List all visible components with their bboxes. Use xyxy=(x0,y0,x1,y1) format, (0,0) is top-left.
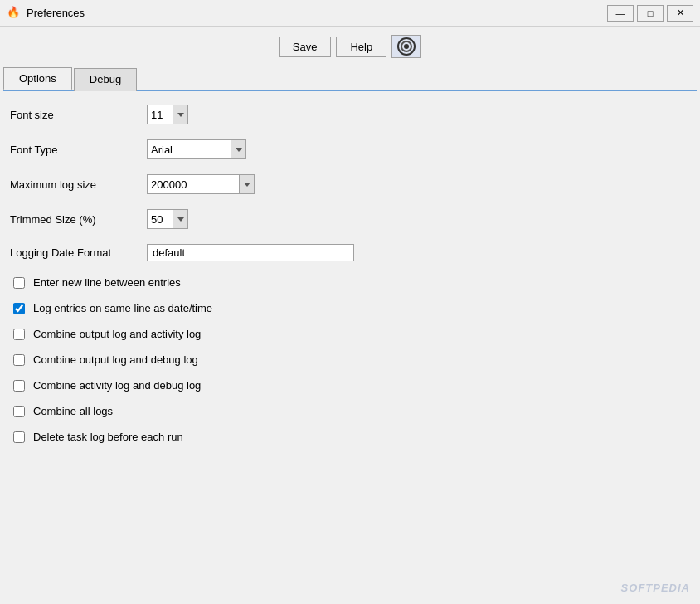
tab-options[interactable]: Options xyxy=(3,67,72,90)
font-size-control xyxy=(147,105,188,124)
max-log-size-combobox[interactable] xyxy=(147,174,255,194)
checkbox-cb6[interactable] xyxy=(13,406,25,417)
trimmed-size-label: Trimmed Size (%) xyxy=(10,213,147,226)
trimmed-size-combobox[interactable] xyxy=(147,209,188,229)
checkbox-label-cb1[interactable]: Enter new line between entries xyxy=(33,276,181,289)
save-button[interactable]: Save xyxy=(279,37,332,57)
checkbox-label-cb7[interactable]: Delete task log before each run xyxy=(33,431,183,443)
target-ring xyxy=(401,41,412,52)
font-size-arrow-icon xyxy=(177,113,184,117)
font-type-row: Font Type xyxy=(10,139,690,159)
trimmed-size-row: Trimmed Size (%) xyxy=(10,209,690,229)
max-log-size-control xyxy=(147,174,255,194)
app-icon: 🔥 xyxy=(7,6,22,21)
logging-date-format-input[interactable] xyxy=(147,244,354,261)
max-log-size-arrow-icon xyxy=(244,183,250,187)
options-panel: Font size Font Type Maximum log size xyxy=(0,91,700,470)
trimmed-size-control xyxy=(147,209,188,229)
checkbox-cb4[interactable] xyxy=(13,354,25,366)
checkboxes-container: Enter new line between entriesLog entrie… xyxy=(10,276,690,443)
checkbox-label-cb6[interactable]: Combine all logs xyxy=(33,405,113,417)
font-type-label: Font Type xyxy=(10,144,147,156)
font-size-input[interactable] xyxy=(148,107,173,123)
checkbox-row-4: Combine activity log and debug log xyxy=(10,379,690,392)
trimmed-size-input[interactable] xyxy=(148,212,173,227)
minimize-button[interactable]: — xyxy=(607,5,634,22)
font-type-input[interactable] xyxy=(148,142,231,158)
target-icon-button[interactable] xyxy=(391,35,421,58)
checkbox-cb1[interactable] xyxy=(13,277,25,289)
checkbox-row-2: Combine output log and activity log xyxy=(10,328,690,340)
checkbox-row-1: Log entries on same line as date/time xyxy=(10,302,690,314)
title-bar: 🔥 Preferences — □ ✕ xyxy=(0,0,700,27)
font-size-label: Font size xyxy=(10,109,147,121)
logging-date-format-row: Logging Date Format xyxy=(10,244,690,261)
checkbox-row-6: Delete task log before each run xyxy=(10,431,690,443)
trimmed-size-arrow-icon xyxy=(177,217,184,222)
font-size-combobox[interactable] xyxy=(147,105,188,124)
window-title: Preferences xyxy=(27,7,607,19)
tabs-container: Options Debug xyxy=(3,66,697,91)
checkbox-cb7[interactable] xyxy=(13,431,25,443)
toolbar: Save Help xyxy=(0,27,700,66)
checkbox-cb3[interactable] xyxy=(13,329,25,340)
checkbox-row-5: Combine all logs xyxy=(10,405,690,417)
tab-debug[interactable]: Debug xyxy=(74,68,137,91)
max-log-size-row: Maximum log size xyxy=(10,174,690,194)
checkbox-label-cb2[interactable]: Log entries on same line as date/time xyxy=(33,302,212,314)
logging-date-format-label: Logging Date Format xyxy=(10,246,147,259)
checkbox-label-cb5[interactable]: Combine activity log and debug log xyxy=(33,379,201,392)
font-type-combobox[interactable] xyxy=(147,139,246,159)
checkbox-cb2[interactable] xyxy=(13,303,25,314)
checkbox-row-0: Enter new line between entries xyxy=(10,276,690,289)
checkbox-row-3: Combine output log and debug log xyxy=(10,353,690,366)
trimmed-size-dropdown-btn[interactable] xyxy=(173,210,187,228)
maximize-button[interactable]: □ xyxy=(637,5,664,22)
max-log-size-dropdown-btn[interactable] xyxy=(239,175,254,193)
font-size-dropdown-btn[interactable] xyxy=(173,105,187,124)
font-type-control xyxy=(147,139,246,159)
target-icon xyxy=(397,37,416,56)
logging-date-format-control xyxy=(147,244,354,261)
help-button[interactable]: Help xyxy=(336,37,386,57)
max-log-size-input[interactable] xyxy=(148,177,239,192)
close-button[interactable]: ✕ xyxy=(667,5,693,22)
font-size-row: Font size xyxy=(10,105,690,124)
max-log-size-label: Maximum log size xyxy=(10,178,147,191)
font-type-arrow-icon xyxy=(236,148,242,152)
checkbox-label-cb4[interactable]: Combine output log and debug log xyxy=(33,353,198,366)
checkbox-cb5[interactable] xyxy=(13,380,25,392)
font-type-dropdown-btn[interactable] xyxy=(231,140,245,158)
checkbox-label-cb3[interactable]: Combine output log and activity log xyxy=(33,328,201,340)
window-controls: — □ ✕ xyxy=(607,5,693,22)
watermark: SOFTPEDIA xyxy=(621,582,690,594)
